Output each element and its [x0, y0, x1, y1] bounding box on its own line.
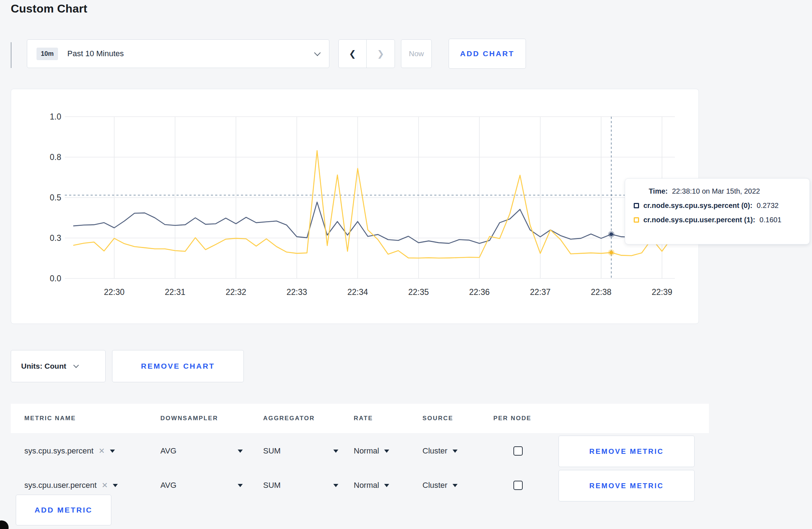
x-axis-tick-label: 22:38 [591, 287, 612, 297]
clear-metric-icon[interactable]: ✕ [98, 447, 105, 455]
source-select[interactable]: Cluster [422, 468, 476, 503]
next-time-button[interactable]: ❯ [367, 40, 395, 68]
series-sys-swatch-icon [634, 203, 639, 208]
downsampler-select[interactable]: AVG [160, 468, 243, 503]
remove-metric-button[interactable]: REMOVE METRIC [559, 470, 695, 501]
custom-chart-page: Custom Chart 10m Past 10 Minutes ❮ ❯ Now… [0, 0, 812, 529]
screen-corner-artifact [0, 520, 9, 529]
header-aggregator: AGGREGATOR [263, 415, 338, 422]
series-line-cr.node.sys.cpu.sys.percent [74, 202, 672, 243]
x-axis-tick-label: 22:37 [530, 287, 551, 297]
metric-row: sys.cpu.user.percent ✕ AVG SUM Normal Cl… [11, 468, 709, 503]
chart-hover-tooltip: Time: 22:38:10 on Mar 15th, 2022 cr.node… [625, 178, 810, 244]
now-button[interactable]: Now [401, 39, 432, 68]
x-axis-tick-label: 22:32 [226, 287, 246, 297]
hover-dot [609, 233, 613, 236]
x-axis-tick-label: 22:31 [165, 287, 185, 297]
tooltip-time-label: Time: [649, 187, 668, 195]
chart-card: 0.00.30.50.81.022:3022:3122:3222:3322:34… [11, 89, 699, 324]
header-rate: RATE [354, 415, 407, 422]
time-range-label: Past 10 Minutes [67, 49, 124, 58]
tooltip-time-value: 22:38:10 on Mar 15th, 2022 [672, 187, 760, 195]
chevron-down-icon [73, 362, 79, 368]
remove-metric-label: REMOVE METRIC [589, 447, 664, 456]
downsampler-value: AVG [160, 481, 177, 490]
source-value: Cluster [422, 446, 448, 456]
series-line-cr.node.sys.cpu.user.percent [74, 151, 672, 258]
rate-value: Normal [354, 446, 379, 456]
y-axis-tick-label: 0.5 [50, 193, 61, 202]
x-axis-tick-label: 22:33 [286, 287, 307, 297]
dropdown-arrow-icon [384, 450, 389, 453]
dropdown-arrow-icon [238, 484, 243, 487]
time-range-badge: 10m [37, 48, 58, 60]
dropdown-arrow-icon [110, 450, 115, 453]
per-node-checkbox[interactable] [513, 446, 523, 456]
clear-metric-icon[interactable]: ✕ [102, 481, 108, 490]
remove-chart-button[interactable]: REMOVE CHART [112, 350, 244, 382]
remove-metric-label: REMOVE METRIC [589, 482, 664, 490]
dropdown-arrow-icon [238, 450, 243, 453]
x-axis-tick-label: 22:36 [469, 287, 490, 297]
remove-chart-label: REMOVE CHART [141, 362, 215, 370]
page-title: Custom Chart [11, 2, 87, 15]
aggregator-select[interactable]: SUM [263, 468, 338, 503]
source-select[interactable]: Cluster [422, 434, 476, 468]
tooltip-series-user-label: cr.node.sys.cpu.user.percent (1): [643, 216, 755, 224]
dropdown-arrow-icon [113, 484, 118, 487]
rate-select[interactable]: Normal [354, 468, 407, 503]
aggregator-select[interactable]: SUM [263, 434, 338, 468]
per-node-cell [493, 434, 551, 468]
header-downsampler: DOWNSAMPLER [160, 415, 243, 422]
rate-select[interactable]: Normal [354, 434, 407, 468]
y-axis-tick-label: 0.3 [50, 233, 61, 243]
metric-row: sys.cpu.sys.percent ✕ AVG SUM Normal Clu… [11, 434, 709, 468]
hover-dot [609, 251, 613, 254]
metric-name-value: sys.cpu.user.percent [24, 481, 97, 490]
x-axis-tick-label: 22:34 [347, 287, 368, 297]
downsampler-value: AVG [160, 446, 177, 456]
units-select[interactable]: Units: Count [11, 350, 106, 382]
tooltip-series-sys-label: cr.node.sys.cpu.sys.percent (0): [643, 202, 753, 210]
y-axis-tick-label: 0.8 [50, 152, 61, 162]
toolbar-left-rule [11, 42, 11, 68]
dropdown-arrow-icon [333, 484, 338, 487]
add-metric-button[interactable]: ADD METRIC [16, 495, 111, 525]
metrics-table-header: METRIC NAME DOWNSAMPLER AGGREGATOR RATE … [11, 404, 709, 433]
tooltip-series-sys-value: 0.2732 [757, 202, 779, 210]
time-range-select[interactable]: 10m Past 10 Minutes [27, 39, 329, 68]
header-per-node: PER NODE [493, 415, 551, 422]
add-chart-button[interactable]: ADD CHART [449, 39, 526, 69]
rate-value: Normal [354, 481, 379, 490]
x-axis-tick-label: 22:30 [104, 287, 125, 297]
header-source: SOURCE [422, 415, 476, 422]
y-axis-tick-label: 0.0 [50, 274, 61, 283]
now-button-label: Now [409, 49, 424, 58]
header-metric-name: METRIC NAME [24, 415, 142, 422]
dropdown-arrow-icon [453, 484, 458, 487]
aggregator-value: SUM [263, 446, 281, 456]
remove-metric-button[interactable]: REMOVE METRIC [559, 436, 695, 467]
tooltip-series-user-value: 0.1601 [759, 216, 781, 224]
add-metric-label: ADD METRIC [35, 506, 93, 514]
x-axis-tick-label: 22:35 [408, 287, 429, 297]
chevron-left-icon: ❮ [349, 49, 356, 59]
metric-name-value: sys.cpu.sys.percent [24, 446, 93, 456]
dropdown-arrow-icon [384, 484, 389, 487]
units-select-label: Units: Count [21, 362, 66, 370]
aggregator-value: SUM [263, 481, 281, 490]
timeseries-chart[interactable]: 0.00.30.50.81.022:3022:3122:3222:3322:34… [11, 89, 699, 324]
series-user-swatch-icon [634, 217, 639, 223]
downsampler-select[interactable]: AVG [160, 434, 243, 468]
prev-time-button[interactable]: ❮ [339, 40, 367, 68]
dropdown-arrow-icon [333, 450, 338, 453]
source-value: Cluster [422, 481, 448, 490]
time-nav-group: ❮ ❯ [338, 39, 395, 68]
chevron-down-icon [314, 49, 320, 56]
per-node-checkbox[interactable] [513, 481, 523, 490]
add-chart-label: ADD CHART [460, 49, 514, 58]
dropdown-arrow-icon [453, 450, 458, 453]
chevron-right-icon: ❯ [377, 49, 384, 59]
metric-name-select[interactable]: sys.cpu.sys.percent ✕ [24, 434, 142, 468]
x-axis-tick-label: 22:39 [652, 287, 672, 297]
